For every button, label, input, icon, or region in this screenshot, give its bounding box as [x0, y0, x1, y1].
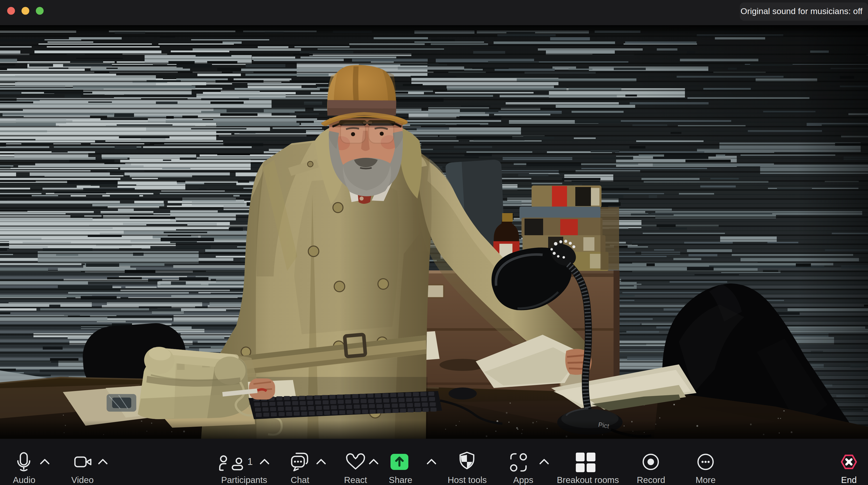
- svg-text:Video: Video: [71, 475, 94, 485]
- svg-text:React: React: [344, 475, 367, 485]
- svg-text:More: More: [695, 475, 716, 485]
- svg-text:Participants: Participants: [221, 475, 267, 485]
- svg-text:Breakout rooms: Breakout rooms: [557, 475, 619, 485]
- svg-text:Share: Share: [389, 475, 412, 485]
- svg-text:Original sound for musicians:: Original sound for musicians: off: [741, 6, 863, 16]
- svg-text:Chat: Chat: [291, 475, 309, 485]
- svg-text:End: End: [841, 475, 857, 485]
- svg-text:Apps: Apps: [513, 475, 533, 485]
- svg-text:Host tools: Host tools: [447, 475, 487, 485]
- svg-text:1: 1: [247, 456, 253, 467]
- svg-text:Audio: Audio: [13, 475, 35, 485]
- svg-text:Record: Record: [637, 475, 665, 485]
